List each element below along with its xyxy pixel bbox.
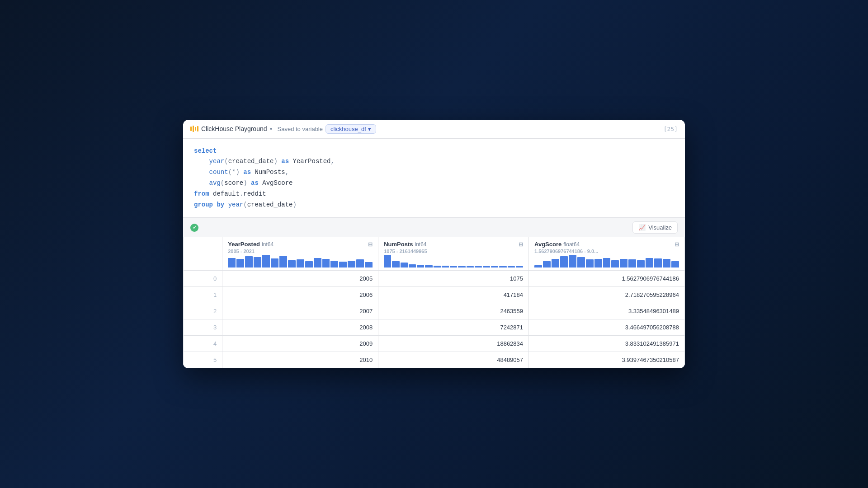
chevron-down-icon: ▾ xyxy=(270,127,272,131)
code-editor[interactable]: select year(created_date) as YearPosted,… xyxy=(183,139,685,218)
chart-icon: 📈 xyxy=(638,224,646,231)
table-body: 0 2005 1075 1.5627906976744186 1 2006 41… xyxy=(184,271,685,368)
results-area: 📈 Visualize YearPostedint64 ⊟ 2005 - 202… xyxy=(183,218,685,368)
cell-header: ClickHouse Playground ▾ Saved to variabl… xyxy=(183,120,685,139)
row-score: 1.5627906976744186 xyxy=(529,271,685,287)
score-col-type: float64 xyxy=(563,241,580,248)
year-histogram xyxy=(228,256,373,270)
code-line-6: group by year(created_date) xyxy=(194,200,674,211)
cell-number: [25] xyxy=(664,126,678,132)
saved-variable-area: Saved to variable clickhouse_df ▾ xyxy=(278,124,376,134)
code-line-1: select xyxy=(194,146,674,157)
table-row: 4 2009 18862834 3.833102491385971 xyxy=(184,336,685,352)
datasource-icon xyxy=(190,126,198,132)
status-success-icon xyxy=(190,224,198,232)
row-year: 2010 xyxy=(222,352,378,368)
datasource-label: ClickHouse Playground xyxy=(201,125,267,132)
row-score: 3.33548496301489 xyxy=(529,303,685,319)
row-score: 3.9397467350210587 xyxy=(529,352,685,368)
row-year: 2006 xyxy=(222,287,378,303)
score-col-name: AvgScore xyxy=(534,241,561,248)
code-line-4: avg(score) as AvgScore xyxy=(194,178,674,189)
row-posts: 7242871 xyxy=(378,319,529,336)
row-score: 2.718270595228964 xyxy=(529,287,685,303)
saved-label: Saved to variable xyxy=(278,126,323,132)
visualize-label: Visualize xyxy=(648,224,672,231)
notebook-container: ClickHouse Playground ▾ Saved to variabl… xyxy=(183,120,685,369)
row-score: 3.466497056208788 xyxy=(529,319,685,336)
code-line-3: count(*) as NumPosts, xyxy=(194,167,674,178)
row-posts: 2463559 xyxy=(378,303,529,319)
posts-histogram xyxy=(384,256,523,270)
table-row: 3 2008 7242871 3.466497056208788 xyxy=(184,319,685,336)
code-line-2: year(created_date) as YearPosted, xyxy=(194,156,674,167)
score-filter-icon[interactable]: ⊟ xyxy=(675,241,679,248)
row-year: 2008 xyxy=(222,319,378,336)
posts-col-range: 1075 - 2161449965 xyxy=(384,249,523,254)
index-column-header xyxy=(184,237,222,271)
variable-badge[interactable]: clickhouse_df ▾ xyxy=(326,124,376,134)
row-index: 5 xyxy=(184,352,222,368)
score-histogram xyxy=(534,256,679,270)
row-year: 2007 xyxy=(222,303,378,319)
row-index: 2 xyxy=(184,303,222,319)
year-col-name: YearPosted xyxy=(228,241,260,248)
score-column-header: AvgScorefloat64 ⊟ 1.5627906976744186 - 9… xyxy=(529,237,685,271)
year-col-range: 2005 - 2021 xyxy=(228,249,373,254)
row-index: 4 xyxy=(184,336,222,352)
code-line-5: from default.reddit xyxy=(194,189,674,200)
row-score: 3.833102491385971 xyxy=(529,336,685,352)
row-index: 3 xyxy=(184,319,222,336)
row-index: 1 xyxy=(184,287,222,303)
year-col-type: int64 xyxy=(262,241,274,248)
table-header-row: YearPostedint64 ⊟ 2005 - 2021 NumPostsin… xyxy=(184,237,685,271)
posts-col-type: int64 xyxy=(415,241,426,248)
row-index: 0 xyxy=(184,271,222,287)
table-row: 1 2006 417184 2.718270595228964 xyxy=(184,287,685,303)
visualize-button[interactable]: 📈 Visualize xyxy=(632,221,678,234)
row-posts: 48489057 xyxy=(378,352,529,368)
row-posts: 1075 xyxy=(378,271,529,287)
year-column-header: YearPostedint64 ⊟ 2005 - 2021 xyxy=(222,237,378,271)
cell-header-left: ClickHouse Playground ▾ Saved to variabl… xyxy=(190,124,376,134)
variable-name: clickhouse_df xyxy=(330,126,366,132)
table-row: 5 2010 48489057 3.9397467350210587 xyxy=(184,352,685,368)
posts-filter-icon[interactable]: ⊟ xyxy=(519,241,523,248)
row-posts: 18862834 xyxy=(378,336,529,352)
row-year: 2009 xyxy=(222,336,378,352)
score-col-range: 1.5627906976744186 - 9.0... xyxy=(534,249,679,254)
results-table: YearPostedint64 ⊟ 2005 - 2021 NumPostsin… xyxy=(183,237,685,368)
table-row: 0 2005 1075 1.5627906976744186 xyxy=(184,271,685,287)
posts-column-header: NumPostsint64 ⊟ 1075 - 2161449965 xyxy=(378,237,529,271)
table-row: 2 2007 2463559 3.33548496301489 xyxy=(184,303,685,319)
year-filter-icon[interactable]: ⊟ xyxy=(368,241,373,248)
posts-col-name: NumPosts xyxy=(384,241,413,248)
results-header: 📈 Visualize xyxy=(183,218,685,237)
row-year: 2005 xyxy=(222,271,378,287)
datasource-selector[interactable]: ClickHouse Playground ▾ xyxy=(190,125,272,132)
row-posts: 417184 xyxy=(378,287,529,303)
chevron-down-icon: ▾ xyxy=(368,126,371,132)
